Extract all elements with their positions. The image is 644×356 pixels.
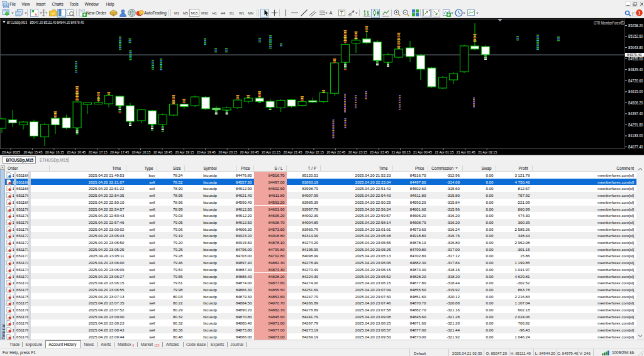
svg-text:84077.40: 84077.40 bbox=[628, 145, 643, 149]
svg-text:21 Apr 02:15: 21 Apr 02:15 bbox=[478, 150, 497, 154]
svg-text:21 Apr 00:45: 21 Apr 00:45 bbox=[413, 150, 432, 154]
svg-text:20 Apr 22:15: 20 Apr 22:15 bbox=[305, 150, 324, 154]
svg-text:20 Apr 22:45: 20 Apr 22:45 bbox=[326, 150, 345, 154]
svg-text:20 Apr 2025: 20 Apr 2025 bbox=[2, 150, 20, 154]
svg-text:BTCUSDp,M15: BTCUSDp,M15 bbox=[7, 20, 27, 25]
svg-text:20 Apr 19:45: 20 Apr 19:45 bbox=[197, 150, 216, 154]
svg-text:20 Apr 21:45: 20 Apr 21:45 bbox=[284, 150, 303, 154]
svg-text:84979.40: 84979.40 bbox=[627, 52, 642, 57]
svg-text:20 Apr 18:15: 20 Apr 18:15 bbox=[132, 150, 151, 154]
svg-text:20 Apr 16:45: 20 Apr 16:45 bbox=[67, 150, 86, 154]
svg-text:20 Apr 21:15: 20 Apr 21:15 bbox=[262, 150, 280, 154]
svg-text:84720.60: 84720.60 bbox=[628, 79, 643, 83]
svg-text:20 Apr 23:45: 20 Apr 23:45 bbox=[370, 150, 389, 154]
svg-text:84183.00: 84183.00 bbox=[628, 133, 643, 138]
svg-text:20 Apr 18:45: 20 Apr 18:45 bbox=[153, 150, 172, 154]
svg-text:85047.20 85111.40 84944.20 849: 85047.20 85111.40 84944.20 84979.40 bbox=[30, 20, 84, 25]
svg-text:20 Apr 16:15: 20 Apr 16:15 bbox=[45, 150, 64, 154]
svg-text:20 Apr 17:45: 20 Apr 17:45 bbox=[110, 150, 129, 154]
svg-text:84829.40: 84829.40 bbox=[628, 67, 643, 72]
svg-text:20 Apr 23:15: 20 Apr 23:15 bbox=[348, 150, 367, 154]
svg-text:20 Apr 20:15: 20 Apr 20:15 bbox=[218, 150, 237, 154]
svg-text:85152.60: 85152.60 bbox=[628, 34, 643, 38]
svg-text:21 Apr 00:15: 21 Apr 00:15 bbox=[392, 150, 411, 154]
svg-text:85258.20: 85258.20 bbox=[628, 23, 643, 28]
svg-text:20 Apr 19:15: 20 Apr 19:15 bbox=[175, 150, 194, 154]
svg-text:21 Apr 01:15: 21 Apr 01:15 bbox=[435, 150, 453, 154]
svg-text:84935.00: 84935.00 bbox=[628, 57, 643, 61]
svg-text:84506.20: 84506.20 bbox=[628, 101, 643, 105]
svg-text:84397.40: 84397.40 bbox=[628, 111, 643, 116]
svg-text:84615.00: 84615.00 bbox=[628, 89, 643, 94]
svg-text:84291.80: 84291.80 bbox=[628, 123, 643, 127]
svg-text:20 Apr 17:15: 20 Apr 17:15 bbox=[89, 150, 108, 154]
svg-text:GTR MemberForex: GTR MemberForex bbox=[594, 21, 621, 25]
svg-text:21 Apr 01:45: 21 Apr 01:45 bbox=[457, 150, 475, 154]
svg-text:20 Apr 15:45: 20 Apr 15:45 bbox=[23, 150, 42, 154]
svg-text:20 Apr 20:45: 20 Apr 20:45 bbox=[240, 150, 259, 154]
svg-text:1: 1 bbox=[638, 11, 641, 15]
svg-text:85043.80: 85043.80 bbox=[628, 45, 643, 50]
